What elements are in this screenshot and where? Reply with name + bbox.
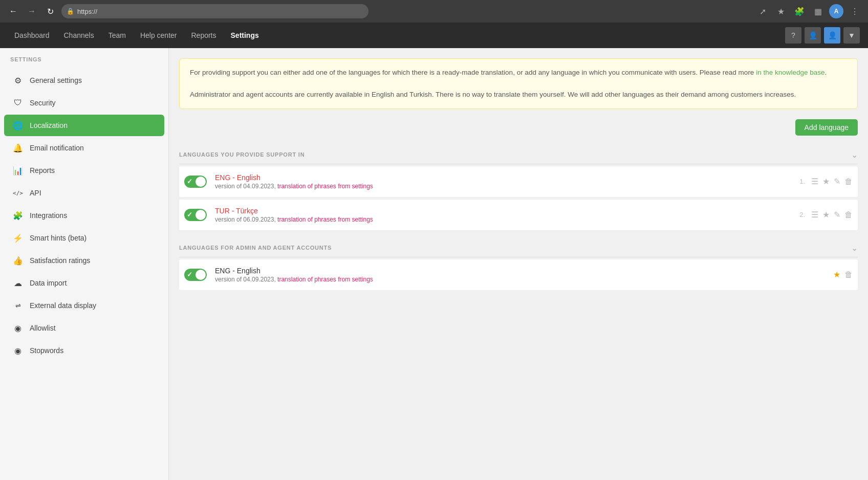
sidebar-item-allowlist[interactable]: ◉ Allowlist [4, 317, 164, 339]
nav-dashboard[interactable]: Dashboard [8, 28, 56, 42]
sidebar-item-email-notification[interactable]: 🔔 Email notification [4, 137, 164, 159]
cloud-icon: ☁ [12, 277, 24, 289]
eng-admin-info: ENG - English version of 04.09.2023, tra… [215, 267, 833, 283]
main-content: For providing support you can either add… [169, 48, 868, 480]
sidebar-label-localization: Localization [30, 121, 68, 129]
lang-item-eng-admin: ✓ ENG - English version of 04.09.2023, t… [179, 259, 858, 291]
tur-support-translation-link[interactable]: translation of phrases from settings [277, 216, 373, 223]
address-bar[interactable]: 🔒 [61, 4, 368, 18]
sidebar-item-external-data[interactable]: ⇌ External data display [4, 295, 164, 316]
knowledge-base-link[interactable]: in the knowledge base [756, 69, 824, 76]
menu-icon[interactable]: ⋮ [848, 4, 862, 18]
star-icon[interactable]: ★ [822, 177, 830, 186]
puzzle-icon: 🧩 [12, 210, 24, 221]
app-nav: Dashboard Channels Team Help center Repo… [0, 23, 868, 48]
delete-icon-tur[interactable]: 🗑 [844, 210, 853, 220]
eng-support-toggle[interactable]: ✓ [184, 176, 207, 188]
support-section-toggle[interactable]: ⌄ [851, 150, 858, 160]
sidebar-label-api: API [30, 189, 41, 197]
sidebar-label-external-data: External data display [30, 301, 96, 310]
sidebar: SETTINGS ⚙ General settings 🛡 Security 🌐… [0, 48, 169, 480]
share-icon[interactable]: ➚ [755, 4, 770, 18]
nav-reports[interactable]: Reports [185, 28, 222, 42]
bell-icon: 🔔 [12, 142, 24, 154]
back-button[interactable]: ← [6, 4, 20, 18]
user-avatar[interactable]: 👤 [824, 27, 840, 43]
eng-support-name: ENG - English [215, 173, 799, 182]
admin-section-header: LANGUAGES FOR ADMIN AND AGENT ACCOUNTS ⌄ [179, 239, 858, 257]
stopwords-icon: ◉ [12, 345, 24, 356]
sidebar-item-security[interactable]: 🛡 Security [4, 92, 164, 114]
eng-support-translation-link[interactable]: translation of phrases from settings [277, 183, 373, 190]
thumbs-up-icon: 👍 [12, 255, 24, 266]
lock-icon: 🔒 [67, 8, 74, 15]
info-line1: For providing support you can either add… [190, 67, 847, 78]
url-input[interactable] [77, 8, 363, 15]
profile-avatar[interactable]: A [829, 4, 843, 18]
help-button[interactable]: ? [785, 27, 801, 43]
reload-button[interactable]: ↻ [43, 4, 57, 18]
sidebar-label-email-notification: Email notification [30, 144, 84, 152]
sidebar-item-satisfaction-ratings[interactable]: 👍 Satisfaction ratings [4, 250, 164, 271]
lang-item-tur-support: ✓ TUR - Türkçe version of 06.09.2023, tr… [179, 200, 858, 231]
sidebar-item-api[interactable]: </> API [4, 182, 164, 204]
star-icon-tur[interactable]: ★ [822, 210, 830, 220]
nav-team[interactable]: Team [102, 28, 132, 42]
sidebar-header: SETTINGS [0, 48, 168, 69]
sidebar-item-general-settings[interactable]: ⚙ General settings [4, 70, 164, 91]
delete-icon-admin[interactable]: 🗑 [844, 270, 853, 279]
sidebar-item-integrations[interactable]: 🧩 Integrations [4, 205, 164, 226]
edit-icon-tur[interactable]: ✎ [834, 210, 840, 220]
tur-support-num: 2. [799, 211, 805, 219]
sidebar-label-general-settings: General settings [30, 76, 82, 84]
admin-languages-section: LANGUAGES FOR ADMIN AND AGENT ACCOUNTS ⌄… [179, 239, 858, 291]
bookmark-icon[interactable]: ★ [774, 4, 788, 18]
nav-channels[interactable]: Channels [58, 28, 100, 42]
layout-icon[interactable]: ▦ [811, 4, 825, 18]
eng-admin-name: ENG - English [215, 267, 833, 275]
drag-icon[interactable]: ☰ [811, 177, 818, 186]
add-language-row: Add language [179, 119, 858, 136]
add-language-button[interactable]: Add language [795, 119, 858, 136]
support-section-header: LANGUAGES YOU PROVIDE SUPPORT IN ⌄ [179, 146, 858, 164]
eng-admin-actions: ★ 🗑 [833, 270, 853, 279]
sidebar-label-integrations: Integrations [30, 211, 67, 220]
shield-icon: 🛡 [12, 97, 24, 108]
sidebar-label-stopwords: Stopwords [30, 346, 63, 355]
admin-section-toggle[interactable]: ⌄ [851, 243, 858, 253]
sidebar-item-reports[interactable]: 📊 Reports [4, 160, 164, 181]
sidebar-item-smart-hints[interactable]: ⚡ Smart hints (beta) [4, 227, 164, 249]
chart-icon: 📊 [12, 165, 24, 176]
browser-bar: ← → ↻ 🔒 ➚ ★ 🧩 ▦ A ⋮ [0, 0, 868, 23]
globe-icon: 🌐 [12, 120, 24, 131]
star-icon-admin[interactable]: ★ [833, 270, 840, 279]
sidebar-label-smart-hints: Smart hints (beta) [30, 234, 86, 242]
nav-settings[interactable]: Settings [225, 28, 265, 42]
eng-support-num: 1. [799, 178, 805, 185]
sidebar-label-allowlist: Allowlist [30, 324, 56, 332]
sidebar-item-localization[interactable]: 🌐 Localization [4, 115, 164, 136]
browser-actions: ➚ ★ 🧩 ▦ A ⋮ [755, 4, 862, 18]
dropdown-button[interactable]: ▼ [843, 27, 860, 43]
sidebar-item-stopwords[interactable]: ◉ Stopwords [4, 340, 164, 361]
delete-icon[interactable]: 🗑 [844, 177, 853, 186]
tur-support-name: TUR - Türkçe [215, 207, 799, 215]
app-body: SETTINGS ⚙ General settings 🛡 Security 🌐… [0, 48, 868, 480]
sidebar-label-security: Security [30, 99, 56, 107]
forward-button[interactable]: → [25, 4, 39, 18]
code-icon: </> [12, 187, 24, 199]
extension-icon[interactable]: 🧩 [792, 4, 807, 18]
eng-admin-version: version of 04.09.2023, translation of ph… [215, 276, 833, 283]
support-section-title: LANGUAGES YOU PROVIDE SUPPORT IN [179, 151, 305, 158]
drag-icon-tur[interactable]: ☰ [811, 210, 818, 220]
admin-section-title: LANGUAGES FOR ADMIN AND AGENT ACCOUNTS [179, 245, 332, 251]
agent-button[interactable]: 👤 [805, 27, 821, 43]
lang-item-eng-support: ✓ ENG - English version of 04.09.2023, t… [179, 166, 858, 198]
edit-icon[interactable]: ✎ [834, 177, 840, 186]
nav-help-center[interactable]: Help center [134, 28, 183, 42]
eng-admin-translation-link[interactable]: translation of phrases from settings [277, 276, 373, 283]
external-data-icon: ⇌ [12, 300, 24, 311]
eng-admin-toggle[interactable]: ✓ [184, 269, 207, 281]
sidebar-item-data-import[interactable]: ☁ Data import [4, 272, 164, 294]
tur-support-toggle[interactable]: ✓ [184, 209, 207, 221]
